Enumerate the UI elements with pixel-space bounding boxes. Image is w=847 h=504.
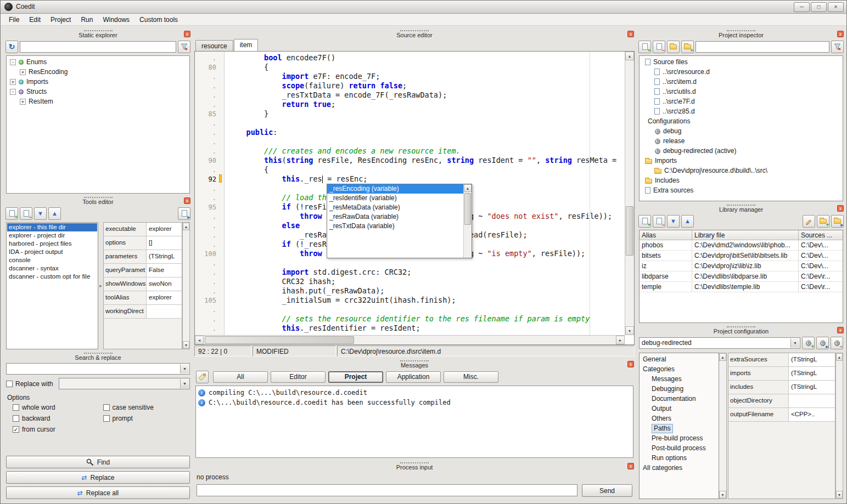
process-input-field[interactable] — [197, 484, 577, 496]
scrollbar-thumb[interactable] — [205, 336, 354, 344]
checkbox-case-sensitive[interactable]: case sensitive — [103, 403, 190, 412]
property-value[interactable]: <CPP>.. — [789, 408, 835, 421]
tree-item[interactable]: -Structs — [7, 87, 189, 97]
close-panel-icon[interactable]: x — [837, 327, 844, 333]
column-header[interactable]: Alias — [640, 230, 692, 240]
add-folder-button[interactable] — [667, 41, 680, 53]
send-button[interactable]: Send — [582, 484, 632, 497]
clear-filter-button[interactable] — [178, 41, 190, 53]
close-panel-icon[interactable]: x — [184, 31, 190, 37]
close-button[interactable]: × — [828, 2, 844, 12]
completion-item[interactable]: _resIdentifier (variable) — [327, 194, 463, 203]
editor-vscrollbar[interactable]: ▲ ▼ — [625, 52, 634, 335]
property-value[interactable]: False — [147, 264, 182, 277]
message-row[interactable]: iC:\...\build\resource.d.coedit has been… — [196, 398, 633, 407]
completion-item[interactable]: _resMetaData (variable) — [327, 203, 463, 212]
project-inspector-tree[interactable]: Source files..\src\resource.d..\src\item… — [639, 55, 843, 201]
configuration-categories[interactable]: GeneralCategoriesMessagesDebuggingDocume… — [639, 353, 719, 499]
chevron-down-icon[interactable]: ▼ — [180, 379, 189, 388]
scroll-down-button[interactable]: ▼ — [183, 341, 189, 349]
filter-project-button[interactable]: Project — [328, 371, 383, 383]
category-item[interactable]: Categories — [642, 364, 719, 374]
completion-item[interactable]: _resRawData (variable) — [327, 212, 463, 222]
properties-scrollbar[interactable]: ▲ ▼ — [835, 353, 843, 499]
tree-item[interactable]: debug — [644, 126, 843, 136]
category-item[interactable]: All categories — [642, 463, 719, 473]
completion-item[interactable]: _resEncoding (variable) — [327, 184, 463, 194]
close-panel-icon[interactable]: x — [837, 205, 844, 212]
plus-expander-icon[interactable]: + — [20, 69, 26, 75]
move-down-button[interactable]: ▼ — [667, 215, 680, 228]
add-tool-button[interactable]: + — [5, 207, 18, 220]
property-value[interactable]: [] — [147, 236, 182, 250]
menu-item-run[interactable]: Run — [76, 14, 98, 25]
menu-item-custom-tools[interactable]: Custom tools — [134, 14, 183, 25]
scroll-right-button[interactable]: ► — [616, 336, 625, 344]
checkbox-from-cursor[interactable]: ✓from cursor — [13, 424, 100, 434]
list-item[interactable]: IDA - project output — [7, 248, 97, 256]
move-down-button[interactable]: ▼ — [34, 207, 47, 220]
table-row[interactable]: libdparseC:\Dev\dlibs\libdparse.libC:\De… — [640, 271, 843, 282]
list-item[interactable]: dscanner - syntax — [7, 264, 97, 273]
checkbox-backward[interactable]: backward — [13, 414, 100, 423]
move-up-button[interactable]: ▲ — [681, 215, 694, 228]
table-row[interactable]: bitsetsC:\Dev\dproj\bitSet\lib\bitsets.l… — [640, 251, 843, 261]
filter-button[interactable] — [831, 41, 844, 53]
scroll-up-button[interactable]: ▲ — [836, 353, 843, 361]
close-panel-icon[interactable]: x — [837, 31, 844, 37]
drag-grip[interactable] — [84, 30, 113, 31]
scroll-down-button[interactable]: ▼ — [625, 326, 634, 335]
tools-list[interactable]: explorer - this file direxplorer - proje… — [6, 222, 98, 349]
scroll-down-button[interactable]: ▼ — [719, 491, 726, 499]
messages-list[interactable]: icompiling C:\...\build\resource.d.coedi… — [195, 386, 633, 458]
inspector-filter-input[interactable] — [695, 41, 829, 53]
menu-item-windows[interactable]: Windows — [98, 14, 134, 25]
category-item[interactable]: Others — [642, 414, 719, 423]
category-item[interactable]: Post-build process — [642, 443, 719, 453]
drag-grip[interactable] — [84, 353, 113, 354]
tree-item[interactable]: ..\src\z85.d — [644, 106, 843, 116]
checkbox-prompt[interactable]: prompt — [103, 414, 190, 423]
replace-button[interactable]: ⇄ Replace — [6, 471, 190, 484]
category-item[interactable]: Paths — [642, 423, 719, 433]
editor-hscrollbar[interactable]: ◄ ► — [195, 335, 625, 344]
list-item[interactable]: console — [7, 256, 97, 264]
tree-item[interactable]: +ResItem — [7, 97, 189, 106]
filter-misc-button[interactable]: Misc. — [444, 371, 498, 383]
splitter-handle[interactable]: ▸ — [98, 222, 103, 349]
code-area[interactable]: . bool encodee7F()80 {. import e7F: enco… — [195, 52, 625, 335]
static-explorer-tree[interactable]: -Enums+ResEncoding+Imports-Structs+ResIt… — [6, 55, 190, 194]
replace-all-button[interactable]: ⇄ Replace all — [6, 486, 190, 499]
tree-item[interactable]: -Enums — [7, 57, 189, 67]
apply-tool-button[interactable]: ▸ — [178, 207, 190, 220]
drag-grip[interactable] — [400, 30, 429, 31]
close-panel-icon[interactable]: x — [627, 31, 634, 37]
tools-scrollbar[interactable]: ▲ ▼ — [182, 222, 190, 349]
tree-item[interactable]: +ResEncoding — [7, 67, 189, 77]
scroll-up-button[interactable]: ▲ — [183, 223, 189, 230]
tab-resource[interactable]: resource — [195, 40, 233, 51]
minimize-button[interactable]: ─ — [794, 2, 810, 12]
drag-grip[interactable] — [84, 197, 113, 198]
tree-item[interactable]: Includes — [644, 175, 843, 185]
tree-item[interactable]: Extra sources — [644, 185, 843, 195]
duplicate-library-button[interactable]: − — [653, 215, 665, 228]
tree-item[interactable]: ..\src\utils.d — [644, 87, 843, 97]
filter-editor-button[interactable]: Editor — [271, 371, 326, 383]
tree-item[interactable]: ..\src\item.d — [644, 77, 843, 87]
edit-library-button[interactable] — [803, 215, 815, 228]
menu-item-edit[interactable]: Edit — [24, 14, 46, 25]
remove-tool-button[interactable]: − — [20, 207, 32, 220]
scroll-down-button[interactable]: ▼ — [836, 491, 843, 499]
table-row[interactable]: phobosC:\Dev\dmd2\windows\lib\phob...C:\… — [640, 240, 843, 251]
minus-expander-icon[interactable]: - — [10, 59, 16, 65]
chevron-down-icon[interactable]: ▼ — [790, 338, 799, 348]
replace-with-checkbox[interactable]: Replace with — [6, 379, 57, 389]
close-panel-icon[interactable]: x — [627, 463, 634, 469]
column-header[interactable]: Library file — [692, 230, 799, 240]
tree-item[interactable]: ..\src\resource.d — [644, 67, 843, 77]
category-item[interactable]: Pre-build process — [642, 433, 719, 443]
drag-grip[interactable] — [727, 326, 755, 327]
open-library-file-button[interactable]: + — [817, 215, 829, 228]
configuration-select[interactable]: debug-redirected ▼ — [639, 337, 800, 349]
